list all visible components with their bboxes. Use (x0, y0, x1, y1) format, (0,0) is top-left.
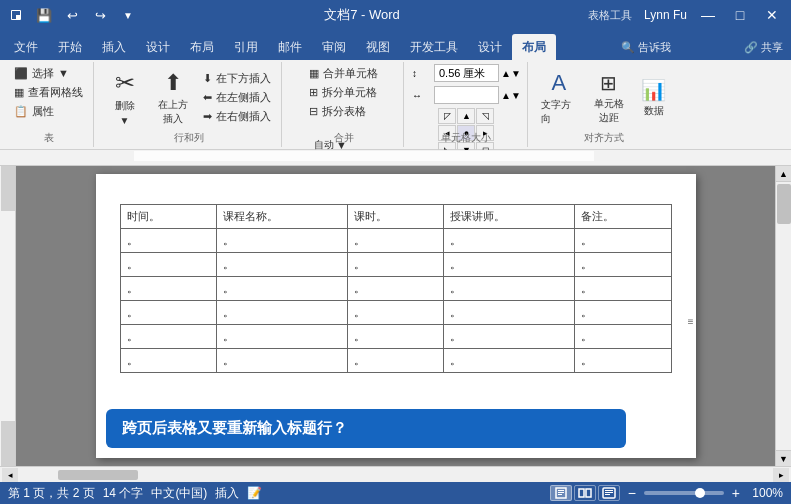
cell: 。 (120, 349, 216, 373)
select-btn[interactable]: ⬛ 选择 ▼ (10, 64, 73, 82)
tab-insert[interactable]: 插入 (92, 34, 136, 60)
cell: 。 (216, 253, 347, 277)
split-table-btn[interactable]: ⊟ 拆分表格 (305, 102, 370, 120)
statusbar-right: − + 100% (550, 485, 783, 501)
insert-below-btn[interactable]: ⬇ 在下方插入 (199, 70, 275, 88)
height-label: ↕ (412, 68, 432, 79)
svg-rect-8 (558, 492, 564, 493)
tab-developer[interactable]: 开发工具 (400, 34, 468, 60)
cell: 。 (575, 325, 671, 349)
cell: 。 (216, 349, 347, 373)
rowcol-group-label: 行和列 (96, 131, 281, 145)
align-group-label: 对齐方式 (530, 131, 678, 145)
vertical-scrollbar[interactable]: ▲ ▼ (775, 166, 791, 466)
tab-review[interactable]: 审阅 (312, 34, 356, 60)
align-tc[interactable]: ▲ (457, 108, 475, 124)
height-spinner[interactable]: ▲▼ (501, 68, 521, 79)
ribbon-group-align: A 文字方向 ⊞ 单元格边距 📊 数据 对齐方式 (530, 62, 678, 147)
doc-canvas: ≡ 时间。 课程名称。 课时。 授课讲师。 备注。 (16, 166, 775, 466)
undo-btn[interactable]: ↩ (60, 3, 84, 27)
insert-col-right: ⬇ 在下方插入 ⬅ 在左侧插入 ➡ 在右侧插入 (199, 70, 275, 126)
tab-file[interactable]: 文件 (4, 34, 48, 60)
align-tl[interactable]: ◸ (438, 108, 456, 124)
save-btn[interactable]: 💾 (32, 3, 56, 27)
header-teacher: 授课讲师。 (444, 205, 575, 229)
align-tr[interactable]: ◹ (476, 108, 494, 124)
insert-left-btn[interactable]: ⬅ 在左侧插入 (199, 89, 275, 107)
minimize-btn[interactable]: — (693, 3, 723, 27)
ribbon-group-table: ⬛ 选择 ▼ ▦ 查看网格线 📋 属性 表 (4, 62, 94, 147)
svg-rect-10 (579, 489, 584, 497)
tab-table-layout[interactable]: 布局 (512, 34, 556, 60)
cell: 。 (347, 349, 443, 373)
tooltip-popup: 跨页后表格又要重新输入标题行？ (106, 409, 626, 448)
customize-btn[interactable]: ▼ (116, 3, 140, 27)
zoom-slider[interactable] (644, 491, 724, 495)
delete-btn[interactable]: ✂ 删除 ▼ (102, 68, 147, 128)
split-cells-btn[interactable]: ⊞ 拆分单元格 (305, 83, 381, 101)
text-direction-btn[interactable]: A 文字方向 (536, 68, 582, 128)
share-btn[interactable]: 🔗 共享 (736, 34, 791, 60)
text-direction-icon: A (551, 70, 566, 96)
read-view-btn[interactable] (574, 485, 596, 501)
tab-table-design[interactable]: 设计 (468, 34, 512, 60)
tab-design[interactable]: 设计 (136, 34, 180, 60)
properties-btn[interactable]: 📋 属性 (10, 102, 58, 120)
view-gridlines-btn[interactable]: ▦ 查看网格线 (10, 83, 87, 101)
ribbon-group-merge: ▦ 合并单元格 ⊞ 拆分单元格 ⊟ 拆分表格 自动 ▼ (284, 62, 404, 147)
user-area[interactable]: 表格工具 Lynn Fu (584, 8, 691, 23)
tab-mailings[interactable]: 邮件 (268, 34, 312, 60)
document-area: ≡ 时间。 课程名称。 课时。 授课讲师。 备注。 (16, 166, 775, 466)
table-tools-label: 表格工具 (588, 8, 632, 23)
scroll-thumb[interactable] (777, 184, 791, 224)
maximize-btn[interactable]: □ (725, 3, 755, 27)
horizontal-ruler: // Ticks drawn via JS below (0, 150, 791, 166)
tell-me-btn[interactable]: 🔍 告诉我 (613, 34, 679, 60)
merge-cells-btn[interactable]: ▦ 合并单元格 (305, 64, 382, 82)
horizontal-scrollbar[interactable]: ◂ ▸ (0, 466, 791, 482)
print-view-btn[interactable] (550, 485, 572, 501)
table-row: 。 。 。 。 。 (120, 253, 671, 277)
h-scroll-thumb[interactable] (58, 470, 138, 480)
cell-margins-btn[interactable]: ⊞ 单元格边距 (586, 68, 632, 128)
document-page: ≡ 时间。 课程名称。 课时。 授课讲师。 备注。 (96, 174, 696, 458)
header-hours: 课时。 (347, 205, 443, 229)
web-view-btn[interactable] (598, 485, 620, 501)
header-notes: 备注。 (575, 205, 671, 229)
width-input[interactable] (434, 86, 499, 104)
insert-right-btn[interactable]: ➡ 在右侧插入 (199, 108, 275, 126)
ribbon-group-cellsize: ↕ ▲▼ ↔ ▲▼ ◸ ▲ ◹ ◂ ● ▸ ◺ (406, 62, 528, 147)
cell: 。 (575, 229, 671, 253)
zoom-minus-btn[interactable]: − (628, 485, 636, 501)
zoom-plus-btn[interactable]: + (732, 485, 740, 501)
svg-rect-7 (558, 490, 564, 491)
page-info: 第 1 页，共 2 页 (8, 485, 95, 502)
height-input[interactable] (434, 64, 499, 82)
app-icon (4, 3, 28, 27)
tab-home[interactable]: 开始 (48, 34, 92, 60)
cell: 。 (120, 277, 216, 301)
tab-view[interactable]: 视图 (356, 34, 400, 60)
titlebar-controls: 表格工具 Lynn Fu — □ ✕ (584, 3, 787, 27)
close-btn[interactable]: ✕ (757, 3, 787, 27)
table-row: 。 。 。 。 。 (120, 277, 671, 301)
redo-btn[interactable]: ↪ (88, 3, 112, 27)
cell: 。 (347, 253, 443, 277)
width-spinner[interactable]: ▲▼ (501, 90, 521, 101)
tab-references[interactable]: 引用 (224, 34, 268, 60)
data-icon: 📊 (641, 78, 666, 102)
scroll-down-btn[interactable]: ▼ (776, 450, 792, 466)
scroll-up-btn[interactable]: ▲ (776, 166, 792, 182)
tab-layout-page[interactable]: 布局 (180, 34, 224, 60)
scroll-left-btn[interactable]: ◂ (2, 468, 18, 482)
width-row: ↔ ▲▼ (412, 86, 521, 104)
cell: 。 (444, 349, 575, 373)
insert-above-btn[interactable]: ⬆ 在上方插入 (149, 68, 197, 128)
split-icon: ⊞ (309, 86, 318, 99)
titlebar-title: 文档7 - Word (324, 6, 400, 24)
ribbon-group-rowcol: ✂ 删除 ▼ ⬆ 在上方插入 ⬇ 在下方插入 ⬅ (96, 62, 282, 147)
scroll-right-btn[interactable]: ▸ (773, 468, 789, 482)
data-btn[interactable]: 📊 数据 (636, 68, 672, 128)
titlebar-left: 💾 ↩ ↪ ▼ (4, 3, 140, 27)
table-row: 。 。 。 。 。 (120, 325, 671, 349)
